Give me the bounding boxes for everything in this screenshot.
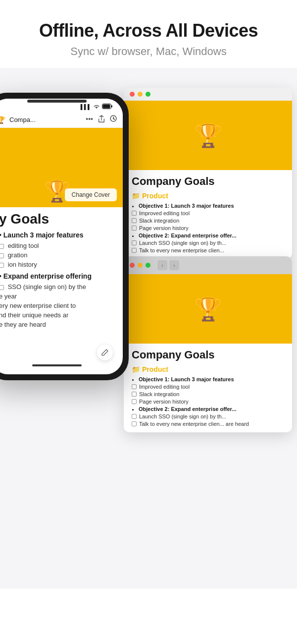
folder-icon-upper: 📁	[132, 192, 140, 200]
browser-upper-obj2: Objective 2: Expand enterprise offer...	[139, 232, 284, 239]
phone-browser-icons: •••	[86, 115, 117, 124]
browser-upper-list-item: Improved editing tool	[132, 209, 284, 217]
signal-icon: ▌▌▌	[81, 104, 91, 110]
main-title: Offline, Across All Devices	[10, 20, 287, 41]
svg-rect-2	[103, 105, 110, 109]
phone-mockup: ▌▌▌ 🏆 Compa... •••	[0, 93, 129, 380]
phone-screen: ▌▌▌ 🏆 Compa... •••	[0, 99, 123, 374]
phone-list-item: e year	[0, 292, 115, 301]
browser-lower-titlebar: ‹ ›	[124, 256, 292, 274]
browser-upper-obj1: Objective 1: Launch 3 major features	[139, 202, 284, 209]
phone-notch	[27, 100, 87, 103]
browser-lower-list-item: Improved editing tool	[132, 383, 284, 390]
phone-url: Compa...	[9, 116, 82, 123]
browser-upper-section-title: 📁 Product	[132, 192, 284, 200]
browser-lower-list: Objective 1: Launch 3 major features Imp…	[132, 375, 284, 427]
sub-title: Sync w/ browser, Mac, Windows	[10, 45, 287, 58]
browser-upper-titlebar	[124, 88, 292, 101]
browser-nav-buttons: ‹ ›	[157, 260, 179, 270]
dot-red-lower[interactable]	[130, 263, 135, 268]
phone-list-item: ery new enterprise client to	[0, 301, 115, 310]
browser-upper: 🏆 Company Goals 📁 Product Objective 1: L…	[124, 88, 292, 259]
phone-favicon: 🏆	[0, 116, 5, 124]
browser-lower-list-item: Launch SSO (single sign on) by th...	[132, 412, 284, 420]
dot-yellow-upper[interactable]	[138, 92, 143, 97]
browser-lower-list-item: Page version history	[132, 398, 284, 405]
dot-red-upper[interactable]	[130, 92, 135, 97]
browser-lower-obj2: Objective 2: Expand enterprise offer...	[139, 405, 284, 412]
browser-lower-obj1: Objective 1: Launch 3 major features	[139, 375, 284, 383]
phone-edit-button[interactable]	[97, 345, 113, 360]
phone-list-item: SSO (single sign on) by the	[0, 282, 115, 292]
dot-yellow-lower[interactable]	[138, 263, 143, 268]
phone-page-title: y Goals	[0, 211, 115, 227]
phone-cover: 🏆 Change Cover	[0, 128, 123, 207]
browser-upper-page-title: Company Goals	[132, 175, 284, 188]
browser-lower-page-title: Company Goals	[132, 349, 284, 361]
phone-list-item: ion history	[0, 260, 115, 269]
browser-lower-section-title: 📁 Product	[132, 365, 284, 373]
browser-upper-trophy-icon: 🏆	[194, 122, 222, 149]
browser-upper-list-item: Launch SSO (single sign on) by th...	[132, 239, 284, 246]
change-cover-button[interactable]: Change Cover	[65, 188, 117, 201]
back-button[interactable]: ‹	[157, 260, 167, 270]
browser-lower-content: Company Goals 📁 Product Objective 1: Lau…	[124, 344, 292, 432]
browser-upper-cover: 🏆	[124, 101, 292, 170]
header-section: Offline, Across All Devices Sync w/ brow…	[0, 0, 297, 68]
browser-lower-cover: 🏆	[124, 274, 292, 344]
devices-section: ▌▌▌ 🏆 Compa... •••	[0, 68, 297, 588]
browser-upper-list-item: Talk to every new enterprise clien...	[132, 246, 284, 254]
history-icon[interactable]	[110, 115, 117, 124]
browser-upper-list-item: Slack integration	[132, 217, 284, 224]
folder-icon-lower: 📁	[132, 365, 140, 373]
browser-lower-list-item: Slack integration	[132, 390, 284, 398]
browser-lower-trophy-icon: 🏆	[194, 295, 222, 322]
phone-objective1-title: • Launch 3 major features	[0, 231, 115, 239]
dot-green-lower[interactable]	[146, 263, 150, 268]
phone-list-item: editing tool	[0, 241, 115, 250]
browser-upper-content: Company Goals 📁 Product Objective 1: Lau…	[124, 170, 292, 259]
phone-content: y Goals • Launch 3 major features editin…	[0, 207, 123, 333]
phone-list-item: gration	[0, 250, 115, 260]
phone-bottom-bar	[32, 364, 82, 366]
phone-list-item: nd their unique needs ar	[0, 310, 115, 320]
battery-icon	[102, 104, 113, 110]
browser-lower: ‹ › 🏆 Company Goals 📁 Product Objective …	[124, 256, 292, 432]
phone-browser-bar: 🏆 Compa... •••	[0, 112, 123, 128]
browser-upper-list-item: Page version history	[132, 224, 284, 232]
svg-rect-1	[111, 106, 112, 108]
browser-lower-list-item: Talk to every new enterprise clien... ar…	[132, 420, 284, 427]
forward-button[interactable]: ›	[169, 260, 179, 270]
dot-green-upper[interactable]	[146, 92, 150, 97]
share-icon[interactable]	[98, 115, 105, 124]
phone-list-item: e they are heard	[0, 320, 115, 329]
browser-upper-list: Objective 1: Launch 3 major features Imp…	[132, 202, 284, 254]
more-icon[interactable]: •••	[86, 115, 93, 124]
phone-status-icons: ▌▌▌	[81, 104, 113, 110]
wifi-icon	[93, 104, 100, 110]
phone-objective2-title: • Expand enterprise offering	[0, 272, 115, 280]
